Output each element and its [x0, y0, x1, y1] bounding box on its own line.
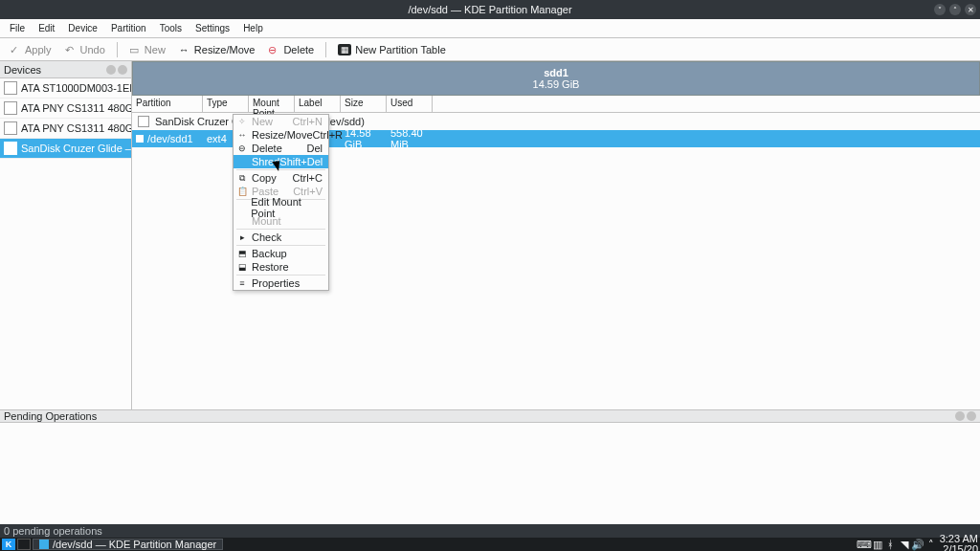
taskbar-entry[interactable]: /dev/sdd — KDE Partition Manager: [33, 539, 223, 550]
menu-settings[interactable]: Settings: [189, 21, 235, 35]
undo-icon: ↶: [65, 44, 77, 55]
menu-item-new: ✧NewCtrl+N: [234, 115, 328, 128]
toolbar-separator: [117, 42, 118, 57]
menu-icon: ✧: [237, 117, 247, 126]
col-used[interactable]: Used: [387, 96, 433, 112]
check-icon: ✓: [10, 44, 21, 55]
disk-icon: [4, 101, 17, 115]
pending-operations-list: [0, 423, 980, 524]
volume-icon[interactable]: 🔊: [913, 540, 923, 549]
device-item[interactable]: ATA PNY CS1311 480GB – 447.13 GiB (…: [0, 119, 131, 139]
menu-item-check[interactable]: ▸Check: [234, 231, 328, 244]
float-icon[interactable]: [955, 411, 965, 421]
col-partition[interactable]: Partition: [132, 96, 203, 112]
menu-item-restore[interactable]: ⬓Restore: [234, 260, 328, 274]
close-panel-icon[interactable]: [967, 411, 976, 421]
maximize-icon[interactable]: ˄: [949, 4, 961, 15]
menu-file[interactable]: File: [4, 21, 31, 35]
statusbar: 0 pending operations: [0, 524, 980, 538]
close-panel-icon[interactable]: [118, 65, 127, 75]
apply-button: ✓Apply: [4, 42, 57, 57]
menu-tools[interactable]: Tools: [154, 21, 188, 35]
wifi-icon[interactable]: ◥: [900, 540, 909, 549]
menu-icon: ⬒: [237, 249, 247, 258]
delete-icon: ⊖: [268, 44, 279, 55]
disk-usage-bar[interactable]: sdd1 14.59 GiB: [132, 61, 980, 96]
menu-icon: ≡: [237, 278, 247, 288]
pending-header: Pending Operations: [0, 409, 980, 423]
system-tray: ⌨ ▥ ᚼ ◥ 🔊 ˄ 3:23 AM 2/15/20: [859, 534, 978, 551]
partition-table-header: Partition Type Mount Point Label Size Us…: [132, 96, 980, 113]
col-mount[interactable]: Mount Point: [249, 96, 295, 112]
clipboard-icon[interactable]: ▥: [873, 540, 882, 549]
menu-icon: ▸: [237, 232, 247, 242]
disk-icon: [138, 116, 149, 127]
menu-separator: [236, 169, 325, 170]
device-item[interactable]: ATA PNY CS1311 480GB – 447.13 GiB (…: [0, 99, 131, 119]
col-size[interactable]: Size: [341, 96, 387, 112]
app-icon: [39, 540, 49, 549]
new-icon: ▭: [129, 44, 141, 55]
device-item[interactable]: ATA ST1000DM003-1ER1 – 931.51 GiB (…: [0, 78, 131, 99]
close-icon[interactable]: ✕: [965, 4, 976, 15]
menu-separator: [236, 245, 325, 246]
toolbar-separator: [325, 42, 326, 57]
diskbar-size: 14.59 GiB: [533, 78, 580, 90]
menu-item-backup[interactable]: ⬒Backup: [234, 247, 328, 260]
table-icon: ▦: [338, 44, 351, 55]
menu-icon: ⊖: [237, 143, 247, 153]
disk-icon: [4, 121, 17, 135]
new-partition-table-button[interactable]: ▦New Partition Table: [332, 42, 452, 57]
fs-swatch: [136, 135, 144, 143]
device-item-selected[interactable]: SanDisk Cruzer Glide – 14.59 GiB (/dev…: [0, 139, 131, 159]
menu-help[interactable]: Help: [237, 21, 269, 35]
float-icon[interactable]: [106, 65, 116, 75]
dashboard-icon[interactable]: [17, 539, 31, 550]
menu-icon: ↔: [237, 130, 247, 140]
diskbar-name: sdd1: [544, 67, 568, 78]
devices-header: Devices: [0, 61, 131, 78]
menu-icon: ⧉: [237, 173, 247, 184]
disk-icon: [4, 81, 17, 95]
col-type[interactable]: Type: [203, 96, 249, 112]
menu-item-copy[interactable]: ⧉CopyCtrl+C: [234, 171, 328, 185]
menu-icon: ⬓: [237, 262, 247, 272]
col-label[interactable]: Label: [295, 96, 341, 112]
partition-context-menu: ✧NewCtrl+N↔Resize/MoveCtrl+R⊖DeleteDelSh…: [233, 114, 329, 291]
menu-separator: [236, 275, 325, 276]
bluetooth-icon[interactable]: ᚼ: [886, 540, 896, 549]
chevron-up-icon[interactable]: ˄: [926, 540, 936, 549]
taskbar: K /dev/sdd — KDE Partition Manager ⌨ ▥ ᚼ…: [0, 538, 980, 551]
menu-item-properties[interactable]: ≡Properties: [234, 276, 328, 290]
devices-panel: Devices ATA ST1000DM003-1ER1 – 931.51 Gi…: [0, 61, 132, 409]
undo-button: ↶Undo: [59, 42, 111, 57]
menu-item-shred[interactable]: ShredShift+Del: [234, 155, 328, 168]
window-title: /dev/sdd — KDE Partition Manager: [408, 4, 571, 15]
menubar: File Edit Device Partition Tools Setting…: [0, 19, 980, 38]
delete-button[interactable]: ⊖Delete: [262, 42, 320, 57]
menu-separator: [236, 229, 325, 230]
menu-device[interactable]: Device: [62, 21, 103, 35]
menu-partition[interactable]: Partition: [105, 21, 152, 35]
new-button: ▭New: [123, 42, 171, 57]
menu-icon: 📋: [237, 187, 247, 196]
menu-edit[interactable]: Edit: [33, 21, 60, 35]
window-titlebar: /dev/sdd — KDE Partition Manager ˅ ˄ ✕: [0, 0, 980, 19]
disk-icon: [4, 142, 17, 155]
clock[interactable]: 3:23 AM 2/15/20: [940, 534, 978, 551]
app-launcher-icon[interactable]: K: [2, 539, 15, 550]
toolbar: ✓Apply ↶Undo ▭New ↔Resize/Move ⊖Delete ▦…: [0, 38, 980, 61]
resize-icon: ↔: [179, 44, 190, 55]
menu-item-resize-move[interactable]: ↔Resize/MoveCtrl+R: [234, 128, 328, 142]
minimize-icon[interactable]: ˅: [934, 4, 946, 15]
menu-item-edit-mount-point[interactable]: Edit Mount Point: [234, 201, 328, 214]
resize-button[interactable]: ↔Resize/Move: [173, 42, 261, 57]
keyboard-icon[interactable]: ⌨: [859, 540, 869, 549]
menu-item-delete[interactable]: ⊖DeleteDel: [234, 142, 328, 155]
